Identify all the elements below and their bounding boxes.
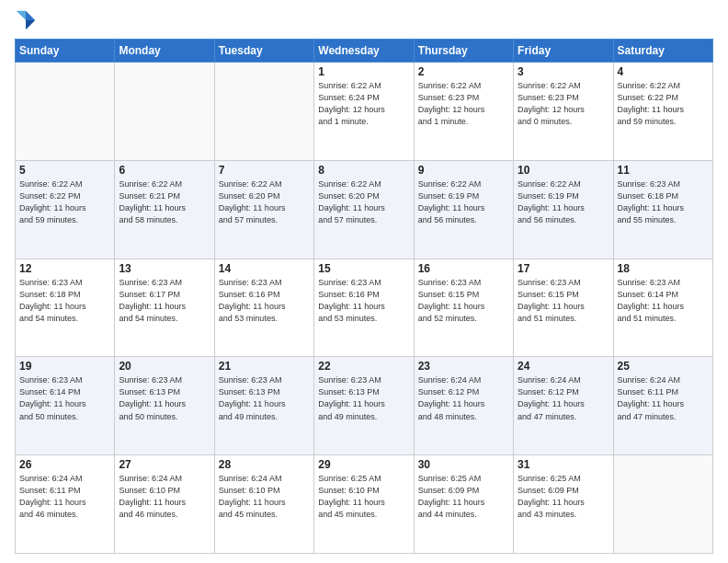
day-cell: 21Sunrise: 6:23 AMSunset: 6:13 PMDayligh… <box>214 357 313 455</box>
day-info: Sunrise: 6:22 AMSunset: 6:21 PMDaylight:… <box>119 178 210 226</box>
day-cell: 11Sunrise: 6:23 AMSunset: 6:18 PMDayligh… <box>613 160 712 259</box>
day-cell: 1Sunrise: 6:22 AMSunset: 6:24 PMDaylight… <box>314 63 414 161</box>
day-number: 8 <box>318 164 409 177</box>
day-cell <box>214 63 313 161</box>
day-header-sunday: Sunday <box>16 40 115 63</box>
week-row-5: 26Sunrise: 6:24 AMSunset: 6:11 PMDayligh… <box>16 455 713 554</box>
day-number: 13 <box>119 262 210 275</box>
day-header-tuesday: Tuesday <box>214 40 313 63</box>
day-number: 10 <box>518 164 609 177</box>
svg-marker-0 <box>26 11 35 20</box>
day-header-thursday: Thursday <box>414 40 513 63</box>
day-info: Sunrise: 6:22 AMSunset: 6:23 PMDaylight:… <box>518 80 609 128</box>
day-info: Sunrise: 6:22 AMSunset: 6:22 PMDaylight:… <box>618 80 709 128</box>
day-cell: 27Sunrise: 6:24 AMSunset: 6:10 PMDayligh… <box>115 455 214 554</box>
day-cell: 12Sunrise: 6:23 AMSunset: 6:18 PMDayligh… <box>16 259 115 357</box>
day-number: 12 <box>19 262 110 275</box>
page: SundayMondayTuesdayWednesdayThursdayFrid… <box>0 0 728 563</box>
day-number: 31 <box>518 458 609 471</box>
day-cell: 28Sunrise: 6:24 AMSunset: 6:10 PMDayligh… <box>214 455 313 554</box>
week-row-2: 5Sunrise: 6:22 AMSunset: 6:22 PMDaylight… <box>16 160 713 259</box>
day-cell: 13Sunrise: 6:23 AMSunset: 6:17 PMDayligh… <box>115 259 214 357</box>
day-info: Sunrise: 6:24 AMSunset: 6:11 PMDaylight:… <box>19 473 110 521</box>
day-cell: 19Sunrise: 6:23 AMSunset: 6:14 PMDayligh… <box>16 357 115 455</box>
day-info: Sunrise: 6:23 AMSunset: 6:18 PMDaylight:… <box>618 178 709 226</box>
day-cell: 29Sunrise: 6:25 AMSunset: 6:10 PMDayligh… <box>314 455 414 554</box>
day-info: Sunrise: 6:22 AMSunset: 6:20 PMDaylight:… <box>318 178 409 226</box>
day-cell: 8Sunrise: 6:22 AMSunset: 6:20 PMDaylight… <box>314 160 414 259</box>
day-cell: 3Sunrise: 6:22 AMSunset: 6:23 PMDaylight… <box>514 63 613 161</box>
week-row-1: 1Sunrise: 6:22 AMSunset: 6:24 PMDaylight… <box>16 63 713 161</box>
day-info: Sunrise: 6:23 AMSunset: 6:15 PMDaylight:… <box>518 277 609 325</box>
day-info: Sunrise: 6:24 AMSunset: 6:10 PMDaylight:… <box>119 473 210 521</box>
day-number: 7 <box>219 164 310 177</box>
day-number: 28 <box>219 458 310 471</box>
day-info: Sunrise: 6:23 AMSunset: 6:13 PMDaylight:… <box>119 374 210 422</box>
day-header-monday: Monday <box>115 40 214 63</box>
day-info: Sunrise: 6:25 AMSunset: 6:09 PMDaylight:… <box>418 473 509 521</box>
day-info: Sunrise: 6:24 AMSunset: 6:11 PMDaylight:… <box>618 374 709 422</box>
day-number: 2 <box>418 65 509 78</box>
day-number: 29 <box>318 458 409 471</box>
day-number: 18 <box>618 262 709 275</box>
day-info: Sunrise: 6:23 AMSunset: 6:18 PMDaylight:… <box>19 277 110 325</box>
day-info: Sunrise: 6:23 AMSunset: 6:14 PMDaylight:… <box>618 277 709 325</box>
day-info: Sunrise: 6:22 AMSunset: 6:22 PMDaylight:… <box>19 178 110 226</box>
day-info: Sunrise: 6:22 AMSunset: 6:23 PMDaylight:… <box>418 80 509 128</box>
day-number: 1 <box>318 65 409 78</box>
day-cell: 2Sunrise: 6:22 AMSunset: 6:23 PMDaylight… <box>414 63 513 161</box>
day-cell: 10Sunrise: 6:22 AMSunset: 6:19 PMDayligh… <box>514 160 613 259</box>
day-info: Sunrise: 6:22 AMSunset: 6:24 PMDaylight:… <box>318 80 409 128</box>
day-number: 23 <box>418 360 509 373</box>
logo-icon <box>15 9 37 31</box>
day-cell: 4Sunrise: 6:22 AMSunset: 6:22 PMDaylight… <box>613 63 712 161</box>
day-info: Sunrise: 6:23 AMSunset: 6:17 PMDaylight:… <box>119 277 210 325</box>
day-cell: 26Sunrise: 6:24 AMSunset: 6:11 PMDayligh… <box>16 455 115 554</box>
day-cell: 18Sunrise: 6:23 AMSunset: 6:14 PMDayligh… <box>613 259 712 357</box>
calendar: SundayMondayTuesdayWednesdayThursdayFrid… <box>15 39 713 554</box>
day-cell: 15Sunrise: 6:23 AMSunset: 6:16 PMDayligh… <box>314 259 414 357</box>
day-cell: 14Sunrise: 6:23 AMSunset: 6:16 PMDayligh… <box>214 259 313 357</box>
day-number: 21 <box>219 360 310 373</box>
day-number: 9 <box>418 164 509 177</box>
day-cell: 5Sunrise: 6:22 AMSunset: 6:22 PMDaylight… <box>16 160 115 259</box>
day-info: Sunrise: 6:24 AMSunset: 6:12 PMDaylight:… <box>518 374 609 422</box>
day-cell: 17Sunrise: 6:23 AMSunset: 6:15 PMDayligh… <box>514 259 613 357</box>
day-cell: 22Sunrise: 6:23 AMSunset: 6:13 PMDayligh… <box>314 357 414 455</box>
day-cell: 24Sunrise: 6:24 AMSunset: 6:12 PMDayligh… <box>514 357 613 455</box>
day-number: 22 <box>318 360 409 373</box>
day-number: 11 <box>618 164 709 177</box>
day-cell <box>613 455 712 554</box>
day-info: Sunrise: 6:24 AMSunset: 6:10 PMDaylight:… <box>219 473 310 521</box>
day-cell: 16Sunrise: 6:23 AMSunset: 6:15 PMDayligh… <box>414 259 513 357</box>
day-info: Sunrise: 6:23 AMSunset: 6:15 PMDaylight:… <box>418 277 509 325</box>
day-number: 3 <box>518 65 609 78</box>
day-info: Sunrise: 6:22 AMSunset: 6:19 PMDaylight:… <box>518 178 609 226</box>
svg-marker-1 <box>26 20 35 29</box>
day-header-saturday: Saturday <box>613 40 712 63</box>
day-number: 17 <box>518 262 609 275</box>
day-cell: 6Sunrise: 6:22 AMSunset: 6:21 PMDaylight… <box>115 160 214 259</box>
header-row: SundayMondayTuesdayWednesdayThursdayFrid… <box>16 40 713 63</box>
week-row-4: 19Sunrise: 6:23 AMSunset: 6:14 PMDayligh… <box>16 357 713 455</box>
week-row-3: 12Sunrise: 6:23 AMSunset: 6:18 PMDayligh… <box>16 259 713 357</box>
day-cell: 23Sunrise: 6:24 AMSunset: 6:12 PMDayligh… <box>414 357 513 455</box>
day-number: 30 <box>418 458 509 471</box>
day-number: 24 <box>518 360 609 373</box>
day-number: 5 <box>19 164 110 177</box>
day-number: 16 <box>418 262 509 275</box>
day-number: 27 <box>119 458 210 471</box>
day-number: 4 <box>618 65 709 78</box>
day-cell: 7Sunrise: 6:22 AMSunset: 6:20 PMDaylight… <box>214 160 313 259</box>
day-cell: 30Sunrise: 6:25 AMSunset: 6:09 PMDayligh… <box>414 455 513 554</box>
day-cell <box>115 63 214 161</box>
day-number: 15 <box>318 262 409 275</box>
day-info: Sunrise: 6:22 AMSunset: 6:20 PMDaylight:… <box>219 178 310 226</box>
day-info: Sunrise: 6:23 AMSunset: 6:14 PMDaylight:… <box>19 374 110 422</box>
day-number: 14 <box>219 262 310 275</box>
day-cell: 9Sunrise: 6:22 AMSunset: 6:19 PMDaylight… <box>414 160 513 259</box>
svg-marker-2 <box>17 11 26 20</box>
day-info: Sunrise: 6:22 AMSunset: 6:19 PMDaylight:… <box>418 178 509 226</box>
day-info: Sunrise: 6:24 AMSunset: 6:12 PMDaylight:… <box>418 374 509 422</box>
day-info: Sunrise: 6:25 AMSunset: 6:09 PMDaylight:… <box>518 473 609 521</box>
